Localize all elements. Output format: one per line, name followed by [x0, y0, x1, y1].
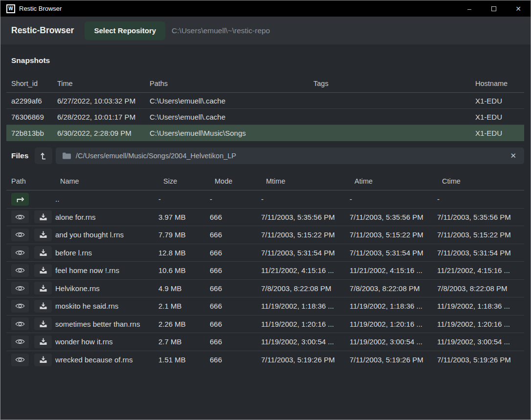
file-mtime: 11/21/2002, 4:15:16 ... — [261, 266, 350, 274]
download-icon — [40, 231, 47, 238]
file-size: 1.51 MB — [158, 356, 210, 364]
column-header-time[interactable]: Time — [57, 80, 150, 87]
file-atime: 11/21/2002, 4:15:16 ... — [350, 266, 437, 274]
file-name: moskito he said.rns — [55, 302, 158, 310]
file-ctime: 11/19/2002, 1:18:36 ... — [437, 302, 524, 310]
file-row[interactable]: sometimes better than.rns2.26 MB66611/19… — [6, 315, 524, 334]
go-parent-directory-button[interactable] — [11, 193, 29, 206]
preview-file-button[interactable] — [11, 229, 29, 241]
file-atime: 7/11/2003, 5:15:22 PM — [350, 231, 437, 239]
parent-dir-row[interactable]: ..----- — [6, 190, 524, 209]
snapshot-row[interactable]: a2299af66/27/2022, 10:03:32 PMC:\Users\e… — [6, 93, 524, 109]
column-header-mode[interactable]: Mode — [215, 177, 266, 185]
file-name: wrecked because of.rns — [55, 356, 158, 364]
download-file-button[interactable] — [34, 300, 52, 313]
download-file-button[interactable] — [34, 210, 52, 223]
maximize-button[interactable] — [482, 0, 506, 17]
file-size: 2.7 MB — [158, 337, 210, 346]
preview-file-button[interactable] — [11, 282, 29, 294]
files-path-breadcrumb[interactable]: /C/Users/emuell/Music/Songs/2004_Helveti… — [56, 147, 524, 164]
column-header-ctime[interactable]: Ctime — [442, 177, 524, 185]
snapshots-table-header: Short_id Time Paths Tags Hostname — [6, 74, 524, 93]
file-mtime: 7/11/2003, 5:15:22 PM — [261, 231, 350, 239]
snapshot-row[interactable]: 763068696/28/2022, 10:01:17 PMC:\Users\e… — [6, 109, 524, 125]
file-row[interactable]: feel home now !.rns10.6 MB66611/21/2002,… — [6, 262, 524, 280]
snapshot-paths: C:\Users\emuell\Music\Songs — [150, 129, 313, 137]
download-file-button[interactable] — [34, 229, 52, 241]
eye-icon — [15, 267, 25, 274]
preview-file-button[interactable] — [11, 210, 29, 223]
file-mode: 666 — [210, 337, 261, 346]
preview-file-button[interactable] — [11, 317, 29, 330]
file-name: .. — [55, 195, 158, 203]
level-up-icon — [40, 152, 47, 160]
preview-file-button[interactable] — [11, 300, 29, 313]
column-header-atime[interactable]: Atime — [354, 177, 442, 185]
file-atime: 7/11/2003, 5:31:54 PM — [350, 249, 437, 257]
close-button[interactable]: ✕ — [506, 0, 531, 17]
snapshot-short-id: 76306869 — [11, 113, 57, 121]
file-atime: 11/19/2002, 1:18:36 ... — [350, 302, 437, 310]
file-ctime: 11/21/2002, 4:15:16 ... — [437, 266, 524, 274]
file-mtime: 7/11/2003, 5:31:54 PM — [261, 249, 350, 257]
window-title: Restic Browser — [19, 5, 62, 12]
file-row[interactable]: Helvikone.rns4.9 MB6667/8/2003, 8:22:08 … — [6, 280, 524, 298]
snapshots-table: Short_id Time Paths Tags Hostname a2299a… — [6, 74, 524, 141]
snapshot-hostname: X1-EDU — [475, 113, 524, 121]
file-mode: 666 — [210, 249, 261, 257]
column-header-size[interactable]: Size — [163, 177, 215, 185]
download-file-button[interactable] — [34, 264, 52, 277]
titlebar: W Restic Browser – ✕ — [0, 0, 531, 17]
folder-icon — [63, 152, 71, 159]
eye-icon — [15, 320, 25, 328]
minimize-button[interactable]: – — [457, 0, 482, 17]
file-size: 12.8 MB — [158, 249, 210, 257]
column-header-hostname[interactable]: Hostname — [475, 80, 524, 87]
file-row[interactable]: and you thought l.rns7.79 MB6667/11/2003… — [6, 226, 524, 244]
file-mtime: 7/11/2003, 5:35:56 PM — [261, 213, 350, 221]
column-header-path[interactable]: Path — [11, 177, 60, 185]
files-table-header: Path Name Size Mode Mtime Atime Ctime — [6, 172, 524, 190]
file-size: 10.6 MB — [158, 266, 210, 274]
file-ctime: 11/19/2002, 1:20:16 ... — [437, 320, 524, 328]
select-repository-button[interactable]: Select Repository — [85, 21, 165, 40]
file-row[interactable]: wonder how it.rns2.7 MB66611/19/2002, 3:… — [6, 333, 524, 351]
file-row[interactable]: wrecked because of.rns1.51 MB6667/11/200… — [6, 351, 524, 369]
file-actions — [6, 264, 55, 277]
file-actions — [6, 317, 55, 330]
column-header-tags[interactable]: Tags — [313, 80, 475, 87]
repository-path: C:\Users\emuell\~\restic-repo — [172, 26, 270, 35]
file-atime: 11/19/2002, 3:00:54 ... — [350, 337, 437, 346]
snapshot-row[interactable]: 72b813bb6/30/2022, 2:28:09 PMC:\Users\em… — [6, 125, 524, 141]
column-header-mtime[interactable]: Mtime — [266, 177, 354, 185]
download-file-button[interactable] — [34, 282, 52, 294]
file-mtime: 11/19/2002, 1:20:16 ... — [261, 320, 350, 328]
download-file-button[interactable] — [34, 246, 52, 259]
file-actions — [6, 354, 55, 366]
breadcrumb-close-button[interactable]: ✕ — [509, 151, 517, 160]
preview-file-button[interactable] — [11, 246, 29, 259]
file-atime: 7/11/2003, 5:19:26 PM — [350, 356, 437, 364]
file-size: 2.1 MB — [158, 302, 210, 310]
column-header-short-id[interactable]: Short_id — [11, 80, 57, 87]
download-icon — [40, 320, 47, 328]
eye-icon — [15, 231, 25, 238]
file-size: 7.79 MB — [158, 231, 210, 239]
download-file-button[interactable] — [34, 354, 52, 366]
column-header-name[interactable]: Name — [60, 177, 163, 185]
file-ctime: 7/11/2003, 5:31:54 PM — [437, 249, 524, 257]
download-file-button[interactable] — [34, 317, 52, 330]
file-actions — [6, 336, 55, 348]
file-row[interactable]: before l.rns12.8 MB6667/11/2003, 5:31:54… — [6, 244, 524, 262]
files-bar: Files /C/Users/emuell/Music/Songs/2004_H… — [6, 147, 524, 165]
file-ctime: 11/19/2002, 3:00:54 ... — [437, 337, 524, 346]
preview-file-button[interactable] — [11, 336, 29, 348]
file-row[interactable]: moskito he said.rns2.1 MB66611/19/2002, … — [6, 297, 524, 315]
preview-file-button[interactable] — [11, 354, 29, 366]
preview-file-button[interactable] — [11, 264, 29, 277]
download-file-button[interactable] — [34, 336, 52, 348]
column-header-paths[interactable]: Paths — [150, 80, 313, 87]
file-row[interactable]: alone for.rns3.97 MB6667/11/2003, 5:35:5… — [6, 209, 524, 227]
level-up-button[interactable] — [35, 147, 52, 164]
app-header: Restic-Browser Select Repository C:\User… — [0, 17, 531, 44]
